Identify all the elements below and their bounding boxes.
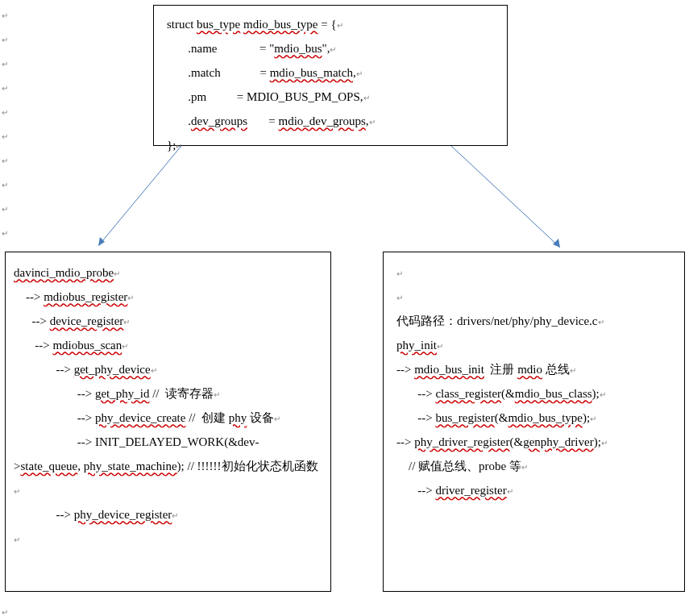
paragraph-mark: ↵ (2, 181, 8, 189)
empty-line: ↵ (396, 285, 671, 309)
paragraph-mark: ↵ (2, 156, 8, 165)
paragraph-mark: ↵ (2, 35, 8, 44)
paragraph-mark: ↵ (2, 229, 8, 238)
paragraph-mark: ↵ (2, 11, 8, 20)
code-line: .dev_groups = mdio_dev_groups,↵ (167, 109, 494, 133)
code-line: .match = mdio_bus_match,↵ (167, 60, 494, 85)
paragraph-mark: ↵ (2, 108, 8, 117)
phy-init-box: ↵ ↵ 代码路径：drivers/net/phy/phy_device.c↵ p… (383, 252, 685, 592)
code-line: --> driver_register↵ (396, 478, 671, 502)
paragraph-mark: ↵ (2, 60, 8, 69)
code-line: --> phy_driver_register(&genphy_driver);… (396, 430, 671, 454)
code-line: --> phy_device_create // 创建 phy 设备↵ (14, 406, 322, 430)
code-line: .name = "mdio_bus",↵ (167, 36, 494, 60)
code-line: --> mdiobus_scan↵ (14, 333, 322, 357)
code-line: struct bus_type mdio_bus_type = {↵ (167, 12, 494, 36)
code-line: --> get_phy_id // 读寄存器↵ (14, 381, 322, 406)
empty-line: ↵ (396, 260, 671, 285)
svg-line-0 (98, 146, 181, 246)
paragraph-mark: ↵ (2, 84, 8, 93)
code-line: --> phy_device_register↵ (14, 502, 322, 527)
paragraph-mark: ↵ (2, 132, 8, 141)
paragraph-mark: ↵ (2, 608, 8, 616)
struct-definition-box: struct bus_type mdio_bus_type = {↵ .name… (153, 5, 508, 146)
code-line: phy_init↵ (396, 333, 671, 357)
code-line: };↵ (167, 133, 494, 157)
davinci-mdio-probe-box: davinci_mdio_probe↵ --> mdiobus_register… (5, 252, 331, 592)
svg-line-2 (451, 146, 560, 248)
code-line: 代码路径：drivers/net/phy/phy_device.c↵ (396, 309, 671, 333)
svg-marker-3 (553, 239, 560, 248)
paragraph-mark: ↵ (2, 205, 8, 214)
code-line: --> mdio_bus_init 注册 mdio 总线↵ (396, 357, 671, 381)
code-line: .pm = MDIO_BUS_PM_OPS,↵ (167, 85, 494, 109)
empty-line: ↵ (14, 527, 322, 551)
code-line: // 赋值总线、probe 等↵ (396, 454, 671, 478)
code-line: --> get_phy_device↵ (14, 357, 322, 381)
code-line: --> class_register(&mdio_bus_class);↵ (396, 381, 671, 406)
code-line: davinci_mdio_probe↵ (14, 260, 322, 285)
code-line: --> INIT_DELAYED_WORK(&dev->state_queue,… (14, 430, 322, 502)
code-line: --> bus_register(&mdio_bus_type);↵ (396, 406, 671, 430)
code-line: --> device_register↵ (14, 309, 322, 333)
svg-marker-1 (98, 237, 105, 246)
code-line: --> mdiobus_register↵ (14, 285, 322, 309)
